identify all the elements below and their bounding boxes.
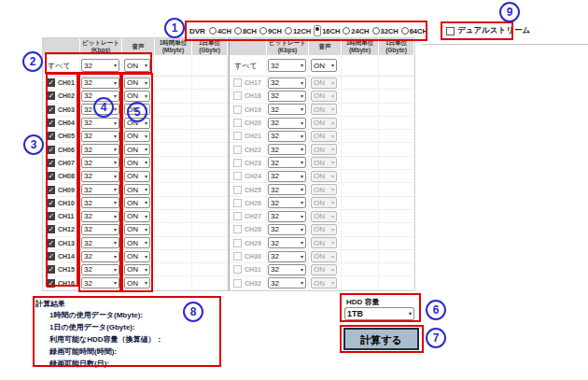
dvr-radio-4ch[interactable]: 4CH xyxy=(209,27,231,35)
bitrate-select[interactable]: 32▾ xyxy=(268,224,306,235)
channel-checkbox[interactable] xyxy=(47,199,55,207)
bitrate-select[interactable]: 32▾ xyxy=(81,251,119,262)
hour-unit-cell xyxy=(342,90,379,102)
all-audio-select[interactable]: ON ▾ xyxy=(124,59,150,72)
dvr-radio-9ch[interactable]: 9CH xyxy=(259,27,282,35)
bitrate-select[interactable]: 32▾ xyxy=(81,264,119,275)
radio-label: 24CH xyxy=(351,27,369,35)
all-bitrate-select[interactable]: 32 ▾ xyxy=(81,59,119,72)
dvr-radio-24ch[interactable]: 24CH xyxy=(343,27,369,35)
channel-checkbox[interactable] xyxy=(47,106,55,114)
bitrate-select[interactable]: 32▾ xyxy=(268,251,306,262)
bitrate-select[interactable]: 32▾ xyxy=(268,104,306,115)
dvr-radio-8ch[interactable]: 8CH xyxy=(234,27,257,35)
hdd-capacity-select[interactable]: 1TB ▾ xyxy=(344,307,414,320)
chevron-down-icon: ▾ xyxy=(331,106,334,112)
bitrate-select[interactable]: 32▾ xyxy=(81,197,119,208)
chevron-down-icon: ▾ xyxy=(114,120,117,126)
dvr-radio-16ch[interactable]: 16CH xyxy=(314,25,340,36)
channel-checkbox[interactable] xyxy=(47,212,55,220)
calculate-button[interactable]: 計算する xyxy=(343,328,419,350)
bitrate-select[interactable]: 32▾ xyxy=(81,144,119,155)
bitrate-select[interactable]: 32▾ xyxy=(81,211,119,222)
audio-select[interactable]: ON▾ xyxy=(124,197,150,208)
bitrate-select[interactable]: 32▾ xyxy=(81,77,119,89)
bitrate-select[interactable]: 32▾ xyxy=(268,264,306,275)
chevron-down-icon: ▾ xyxy=(301,174,303,179)
channel-row-ch24: CH2432▾ON▾ xyxy=(230,170,414,183)
bitrate-select[interactable]: 32▾ xyxy=(268,131,306,142)
audio-cell: ON▾ xyxy=(309,237,342,249)
bitrate-select[interactable]: 32▾ xyxy=(81,131,119,142)
audio-select[interactable]: ON▾ xyxy=(124,277,150,289)
hour-unit-cell xyxy=(155,170,192,182)
channel-checkbox[interactable] xyxy=(47,186,55,194)
bitrate-select[interactable]: 32▾ xyxy=(268,77,306,89)
hour-unit-cell xyxy=(342,130,379,142)
bitrate-select[interactable]: 32▾ xyxy=(268,157,306,168)
dvr-radio-64ch[interactable]: 64CH xyxy=(401,27,427,35)
bitrate-select[interactable]: 32▾ xyxy=(268,91,306,102)
channel-label: CH21 xyxy=(245,133,261,139)
bitrate-select[interactable]: 32▾ xyxy=(81,237,119,248)
audio-select[interactable]: ON▾ xyxy=(124,144,150,155)
channel-checkbox[interactable] xyxy=(47,239,55,247)
channel-label: CH01 xyxy=(58,79,75,86)
bitrate-select[interactable]: 32▾ xyxy=(268,197,306,208)
bitrate-select[interactable]: 32▾ xyxy=(81,118,119,129)
channel-checkbox[interactable] xyxy=(47,78,55,87)
bitrate-select[interactable]: 32▾ xyxy=(268,144,306,155)
channel-checkbox[interactable] xyxy=(47,132,55,140)
audio-select[interactable]: ON▾ xyxy=(124,184,150,195)
day-unit-cell xyxy=(192,170,228,182)
bitrate-select[interactable]: 32▾ xyxy=(81,157,119,168)
bitrate-select[interactable]: 32▾ xyxy=(268,118,306,129)
audio-select[interactable]: ON▾ xyxy=(124,171,150,182)
channel-checkbox[interactable] xyxy=(47,159,55,167)
bitrate-select[interactable]: 32▾ xyxy=(81,277,119,289)
bitrate-select[interactable]: 32▾ xyxy=(268,184,306,195)
audio-select[interactable]: ON▾ xyxy=(124,77,150,89)
dvr-radio-12ch[interactable]: 12CH xyxy=(285,27,311,35)
channel-label: CH28 xyxy=(245,226,261,232)
all-bitrate-select[interactable]: 32 ▾ xyxy=(268,59,306,72)
channel-cell: CH04 xyxy=(43,117,80,129)
channel-checkbox[interactable] xyxy=(47,91,55,100)
audio-select[interactable]: ON▾ xyxy=(124,224,150,235)
header-day-unit: (Gbyte) xyxy=(199,47,220,54)
audio-select[interactable]: ON▾ xyxy=(124,91,150,102)
bitrate-select[interactable]: 32▾ xyxy=(268,171,306,182)
dvr-radio-32ch[interactable]: 32CH xyxy=(372,27,399,35)
bitrate-cell: 32▾ xyxy=(80,183,122,195)
audio-select[interactable]: ON▾ xyxy=(124,237,150,248)
audio-select[interactable]: ON▾ xyxy=(124,211,150,222)
channel-checkbox[interactable] xyxy=(47,279,55,288)
hour-unit-cell xyxy=(342,183,379,195)
audio-select[interactable]: ON▾ xyxy=(124,251,150,262)
chevron-down-icon: ▾ xyxy=(301,214,303,219)
channel-checkbox[interactable] xyxy=(47,146,55,154)
bitrate-select[interactable]: 32▾ xyxy=(268,277,306,289)
result-line-recordable-hours: 録画可能時間(時間): xyxy=(49,345,218,358)
channel-row-ch09: CH0932▾ON▾ xyxy=(43,183,228,196)
audio-select-value: ON xyxy=(127,91,138,100)
bitrate-select[interactable]: 32▾ xyxy=(268,237,306,248)
all-channels-row: すべて 32 ▾ ON ▾ xyxy=(43,55,228,77)
bitrate-select[interactable]: 32▾ xyxy=(81,184,119,195)
bitrate-select[interactable]: 32▾ xyxy=(81,224,119,235)
audio-select: ON▾ xyxy=(311,77,337,89)
channel-checkbox[interactable] xyxy=(47,119,55,127)
audio-select[interactable]: ON▾ xyxy=(124,264,150,275)
channel-checkbox[interactable] xyxy=(47,225,55,233)
bitrate-cell: 32▾ xyxy=(267,263,309,275)
dual-stream-checkbox[interactable] xyxy=(446,27,455,35)
all-audio-select[interactable]: ON ▾ xyxy=(311,59,337,72)
channel-checkbox[interactable] xyxy=(47,252,55,260)
audio-select[interactable]: ON▾ xyxy=(124,157,150,168)
channel-checkbox[interactable] xyxy=(47,172,55,180)
channel-cell: CH21 xyxy=(230,130,267,142)
channel-checkbox[interactable] xyxy=(47,265,55,274)
bitrate-select[interactable]: 32▾ xyxy=(268,211,306,222)
audio-select[interactable]: ON▾ xyxy=(124,131,150,142)
bitrate-select[interactable]: 32▾ xyxy=(81,171,119,182)
